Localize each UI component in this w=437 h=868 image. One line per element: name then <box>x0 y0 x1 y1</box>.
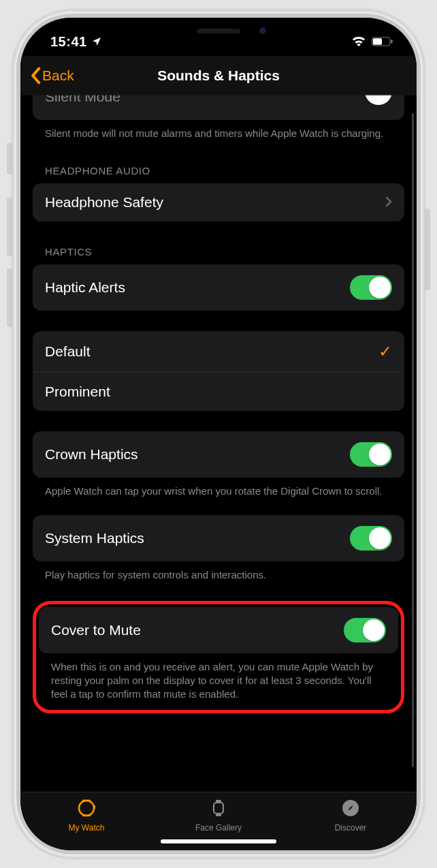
tab-my-watch-label: My Watch <box>69 823 105 833</box>
status-time: 15:41 <box>50 34 87 50</box>
silent-mode-label: Silent Mode <box>45 94 120 105</box>
cover-to-mute-row[interactable]: Cover to Mute <box>39 607 398 653</box>
system-haptics-toggle[interactable] <box>350 526 392 551</box>
home-indicator[interactable] <box>161 839 276 843</box>
svg-rect-6 <box>216 800 221 802</box>
battery-icon <box>372 37 393 46</box>
tab-discover-label: Discover <box>335 823 367 833</box>
compass-icon <box>340 798 361 820</box>
cover-to-mute-footer: When this is on and you receive an alert… <box>39 653 398 707</box>
silent-mode-footer: Silent mode will not mute alarms and tim… <box>33 120 404 140</box>
silent-mode-toggle[interactable] <box>365 94 392 105</box>
crown-haptics-footer: Apple Watch can tap your wrist when you … <box>33 478 404 498</box>
face-gallery-icon <box>208 798 229 820</box>
headphone-safety-label: Headphone Safety <box>45 194 163 211</box>
haptic-alerts-row[interactable]: Haptic Alerts <box>33 264 404 311</box>
cover-to-mute-toggle[interactable] <box>344 618 386 642</box>
crown-haptics-toggle[interactable] <box>350 442 392 467</box>
crown-haptics-label: Crown Haptics <box>45 446 138 463</box>
crown-haptics-row[interactable]: Crown Haptics <box>33 431 404 478</box>
scroll-indicator <box>412 113 414 767</box>
headphone-safety-row[interactable]: Headphone Safety <box>33 183 404 221</box>
location-icon <box>91 36 102 47</box>
watch-icon <box>76 798 97 820</box>
checkmark-icon: ✓ <box>378 342 392 361</box>
svg-rect-5 <box>214 803 223 813</box>
svg-point-3 <box>79 801 94 816</box>
svg-rect-1 <box>373 38 382 44</box>
wifi-icon <box>351 36 366 47</box>
haptic-prominent-row[interactable]: Prominent <box>33 372 404 411</box>
content-scroll[interactable]: Silent Mode Silent mode will not mute al… <box>20 94 417 792</box>
nav-bar: Back Sounds & Haptics <box>20 56 417 95</box>
tab-face-gallery-label: Face Gallery <box>195 823 242 833</box>
system-haptics-label: System Haptics <box>45 530 144 546</box>
device-frame: 15:41 Back <box>12 10 425 858</box>
chevron-right-icon <box>385 194 392 211</box>
haptic-default-row[interactable]: Default ✓ <box>33 331 404 372</box>
section-headphone-audio: HEADPHONE AUDIO <box>33 140 404 183</box>
tab-my-watch[interactable]: My Watch <box>21 798 152 833</box>
haptic-prominent-label: Prominent <box>45 384 110 400</box>
haptic-alerts-label: Haptic Alerts <box>45 279 125 296</box>
tab-discover[interactable]: Discover <box>285 798 416 833</box>
notch <box>123 18 314 44</box>
haptic-default-label: Default <box>45 343 91 360</box>
haptic-alerts-toggle[interactable] <box>350 275 392 300</box>
system-haptics-footer: Play haptics for system controls and int… <box>33 561 404 582</box>
tab-face-gallery[interactable]: Face Gallery <box>153 798 284 833</box>
back-label: Back <box>42 67 74 84</box>
svg-rect-7 <box>216 814 221 816</box>
svg-rect-4 <box>93 805 95 809</box>
section-haptics: HAPTICS <box>33 221 404 264</box>
svg-rect-2 <box>391 40 392 44</box>
silent-mode-row[interactable]: Silent Mode <box>33 94 404 120</box>
back-button[interactable]: Back <box>30 67 74 84</box>
system-haptics-row[interactable]: System Haptics <box>33 515 404 561</box>
page-title: Sounds & Haptics <box>157 67 280 84</box>
cover-to-mute-label: Cover to Mute <box>51 622 141 638</box>
screen: 15:41 Back <box>20 18 417 850</box>
highlight-annotation: Cover to Mute When this is on and you re… <box>33 601 404 713</box>
